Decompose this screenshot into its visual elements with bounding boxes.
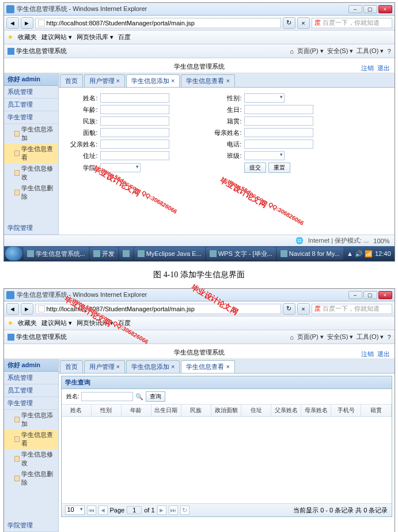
- input-age[interactable]: [100, 105, 169, 114]
- sidebar-group-staff[interactable]: 员工管理: [4, 99, 58, 111]
- sidebar-group-student[interactable]: 学生管理: [4, 397, 58, 410]
- reset-button[interactable]: 重置: [268, 163, 290, 173]
- fav-link[interactable]: 网页快讯库 ▾: [77, 33, 113, 41]
- fav-link[interactable]: 百度: [118, 33, 131, 41]
- stop-button[interactable]: ×: [297, 17, 310, 29]
- taskbar-app[interactable]: Navicat 8 for My...: [277, 247, 343, 260]
- home-icon[interactable]: ⌂: [290, 334, 294, 341]
- ie-menu[interactable]: 工具(O) ▾: [357, 333, 384, 341]
- maximize-button[interactable]: ▢: [363, 291, 377, 299]
- col-native[interactable]: 籍贯: [361, 405, 391, 416]
- prev-page-button[interactable]: ◄: [98, 505, 108, 515]
- input-political[interactable]: [100, 128, 169, 137]
- tab-add-student[interactable]: 学生信息添加 ×: [126, 360, 180, 373]
- select-gender[interactable]: [244, 93, 285, 103]
- maximize-button[interactable]: ▢: [363, 5, 377, 13]
- minimize-button[interactable]: –: [348, 291, 362, 299]
- taskbar-app[interactable]: MyEclipse Java E...: [134, 247, 205, 260]
- input-native[interactable]: [244, 116, 313, 126]
- input-phone[interactable]: [244, 139, 313, 149]
- col-birth[interactable]: 出生日期: [151, 405, 181, 416]
- sidebar-group-system[interactable]: 系统管理: [4, 86, 58, 99]
- exit-link[interactable]: 退出: [377, 65, 390, 71]
- star-icon[interactable]: ★: [7, 33, 13, 41]
- ie-menu[interactable]: ?: [387, 334, 391, 341]
- input-mother[interactable]: [244, 128, 313, 137]
- taskbar-app[interactable]: [119, 247, 133, 260]
- col-name[interactable]: 姓名: [62, 405, 92, 416]
- tab-home[interactable]: 首页: [60, 360, 83, 373]
- ie-menu[interactable]: 工具(O) ▾: [357, 47, 384, 55]
- search-button[interactable]: 查询: [146, 391, 165, 402]
- zoom-level[interactable]: 100%: [373, 237, 389, 244]
- sidebar-group-system[interactable]: 系统管理: [4, 372, 58, 384]
- system-tray[interactable]: ▲ 🔊 📶12:40: [347, 250, 393, 258]
- exit-link[interactable]: 退出: [377, 350, 390, 357]
- sidebar-group-college[interactable]: 学院管理: [4, 519, 59, 532]
- taskbar-app[interactable]: WPS 文字 - [毕业...: [206, 247, 276, 260]
- page-input[interactable]: 1: [127, 506, 142, 514]
- sidebar-item-edit[interactable]: 学生信息修改: [4, 449, 58, 469]
- tab-view-student[interactable]: 学生信息查看 ×: [181, 74, 234, 87]
- logout-link[interactable]: 注销: [361, 350, 374, 357]
- fav-link[interactable]: 网页快讯库 ▾: [77, 319, 113, 327]
- sidebar-group-student[interactable]: 学生管理: [4, 111, 58, 124]
- minimize-button[interactable]: –: [348, 5, 362, 13]
- tab-view-student[interactable]: 学生信息查看 ×: [181, 360, 234, 373]
- input-ethnic[interactable]: [100, 116, 169, 126]
- sidebar-item-add[interactable]: 学生信息添加: [4, 410, 58, 429]
- home-icon[interactable]: ⌂: [290, 48, 294, 55]
- col-gender[interactable]: 性别: [92, 405, 122, 416]
- col-address[interactable]: 住址: [241, 405, 271, 416]
- fav-link[interactable]: 百度: [118, 319, 131, 327]
- forward-button[interactable]: ►: [21, 17, 33, 29]
- browser-tab[interactable]: 学生信息管理系统: [16, 47, 67, 55]
- last-page-button[interactable]: ⏭: [169, 505, 178, 515]
- input-father[interactable]: [100, 139, 169, 149]
- col-age[interactable]: 年龄: [122, 405, 151, 416]
- tab-home[interactable]: 首页: [60, 74, 83, 87]
- ie-menu[interactable]: ?: [387, 48, 391, 55]
- refresh-button[interactable]: ↻: [283, 17, 295, 29]
- sidebar-item-view[interactable]: 学生信息查看: [4, 144, 58, 163]
- refresh-page-button[interactable]: ↻: [180, 505, 189, 515]
- address-bar[interactable]: http://localhost:8087/StudentManager/por…: [35, 304, 281, 314]
- fav-link[interactable]: 建议网站 ▾: [41, 33, 72, 41]
- search-input[interactable]: [81, 392, 133, 401]
- sidebar-item-delete[interactable]: 学生信息删除: [4, 469, 58, 488]
- ie-menu[interactable]: 安全(S) ▾: [327, 47, 354, 55]
- sidebar-group-college[interactable]: 学院管理: [4, 222, 59, 235]
- tab-add-student[interactable]: 学生信息添加 ×: [126, 74, 180, 87]
- sidebar-item-add[interactable]: 学生信息添加: [4, 124, 58, 144]
- input-birth[interactable]: [244, 105, 313, 114]
- next-page-button[interactable]: ►: [157, 505, 166, 515]
- col-phone[interactable]: 手机号: [331, 405, 361, 416]
- sidebar-item-delete[interactable]: 学生信息删除: [4, 183, 58, 202]
- close-button[interactable]: ×: [378, 5, 392, 13]
- taskbar-app[interactable]: 开发: [90, 247, 118, 260]
- ie-menu[interactable]: 页面(P) ▾: [297, 333, 324, 341]
- stop-button[interactable]: ×: [297, 303, 310, 315]
- tab-users[interactable]: 用户管理 ×: [84, 360, 125, 373]
- close-button[interactable]: ×: [378, 291, 392, 299]
- page-size-select[interactable]: 10: [65, 505, 85, 515]
- submit-button[interactable]: 提交: [244, 163, 266, 173]
- star-icon[interactable]: ★: [7, 319, 13, 327]
- forward-button[interactable]: ►: [21, 303, 33, 315]
- col-political[interactable]: 政治面貌: [211, 405, 241, 416]
- ie-menu[interactable]: 安全(S) ▾: [327, 333, 354, 341]
- back-button[interactable]: ◄: [6, 17, 19, 29]
- input-name[interactable]: [100, 93, 169, 103]
- search-box[interactable]: 度百度一下，你就知道: [312, 304, 392, 314]
- taskbar-app[interactable]: 学生信息管系统...: [24, 247, 89, 260]
- col-mother[interactable]: 母亲姓名: [301, 405, 331, 416]
- input-address[interactable]: [100, 151, 169, 160]
- ie-menu[interactable]: 页面(P) ▾: [297, 47, 324, 55]
- sidebar-item-edit[interactable]: 学生信息修改: [4, 163, 58, 183]
- select-college[interactable]: [100, 163, 141, 172]
- first-page-button[interactable]: ⏮: [87, 505, 96, 515]
- browser-tab[interactable]: 学生信息管理系统: [16, 333, 67, 341]
- back-button[interactable]: ◄: [6, 303, 19, 315]
- sidebar-group-staff[interactable]: 员工管理: [4, 384, 58, 397]
- col-father[interactable]: 父亲姓名: [271, 405, 301, 416]
